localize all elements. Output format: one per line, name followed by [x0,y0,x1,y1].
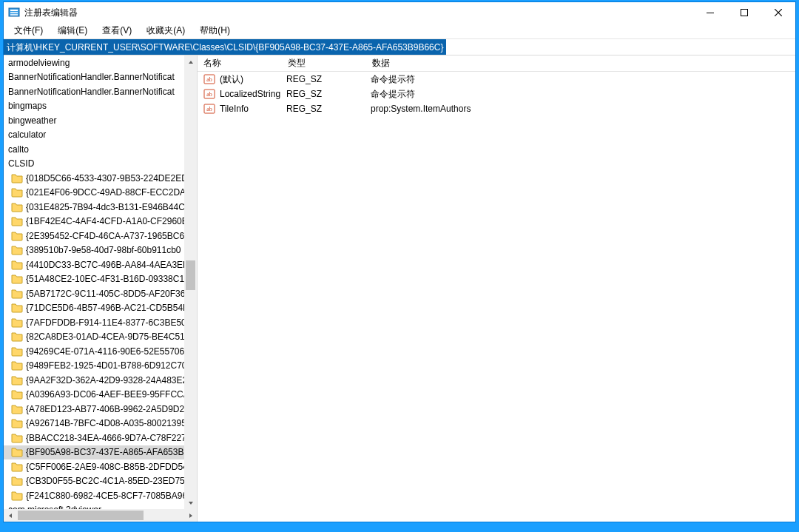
tree-item[interactable]: {BBACC218-34EA-4666-9D7A-C78F2274 [4,431,184,445]
vertical-scrollbar[interactable] [184,55,197,509]
tree-item[interactable]: {5AB7172C-9C11-405C-8DD5-AF20F360C [4,286,184,301]
tree-item[interactable]: {71DCE5D6-4B57-496B-AC21-CD5B54EB [4,301,184,316]
svg-text:ab: ab [206,76,212,83]
address-path[interactable]: 计算机\HKEY_CURRENT_USER\SOFTWARE\Classes\C… [4,39,446,55]
tree-item[interactable]: {9AA2F32D-362A-42D9-9328-24A483E20 [4,373,184,388]
tree-item[interactable]: {A78ED123-AB77-406B-9962-2A5D9D2F [4,402,184,417]
tree-item-label: {71DCE5D6-4B57-496B-AC21-CD5B54EB [26,303,184,313]
list-body[interactable]: ab(默认)REG_SZ命令提示符abLocalizedStringREG_SZ… [198,72,795,522]
window-title: 注册表编辑器 [24,7,78,19]
scroll-left-button[interactable] [4,509,16,522]
scroll-down-button[interactable] [184,496,197,509]
tree-item[interactable]: {389510b7-9e58-40d7-98bf-60b911cb0 [4,243,184,258]
string-value-icon: ab [203,103,215,115]
list-header[interactable]: 名称 类型 数据 [198,55,795,72]
tree-item-label: {82CA8DE3-01AD-4CEA-9D75-BE4C5181 [26,331,184,342]
folder-icon [11,201,23,213]
tree-item-label: calculator [8,129,46,140]
tree-item[interactable]: {F241C880-6982-4CE5-8CF7-7085BA96D [4,488,184,503]
tree-item-label: CLSID [8,158,34,169]
address-bar[interactable]: 计算机\HKEY_CURRENT_USER\SOFTWARE\Classes\C… [4,39,795,55]
svg-rect-5 [741,10,748,16]
svg-rect-4 [707,13,714,13]
tree-item[interactable]: callto [4,142,184,157]
string-value-icon: ab [203,73,215,85]
tree-item[interactable]: {82CA8DE3-01AD-4CEA-9D75-BE4C5181 [4,330,184,345]
tree-item-label: bingweather [8,115,56,126]
folder-icon [11,172,23,184]
address-remainder[interactable] [446,39,795,55]
tree-item[interactable]: CLSID [4,157,184,172]
tree-item-label: {7AFDFDDB-F914-11E4-8377-6C3BE50D [26,317,184,328]
tree-item-label: armodelviewing [8,58,70,68]
scroll-up-button[interactable] [184,55,197,68]
menu-edit[interactable]: 编辑(E) [50,23,95,38]
regedit-window: 注册表编辑器 文件(F) 编辑(E) 查看(V) 收藏夹(A) 帮助(H) 计算… [3,1,796,522]
minimize-button[interactable] [693,2,727,23]
menu-file[interactable]: 文件(F) [7,23,50,38]
tree-item[interactable]: BannerNotificationHandler.BannerNotifica… [4,84,184,99]
folder-icon [11,317,23,329]
value-list: 名称 类型 数据 ab(默认)REG_SZ命令提示符abLocalizedStr… [198,55,795,522]
tree-item[interactable]: {C5FF006E-2AE9-408C-B85B-2DFDD544 [4,459,184,474]
tree-item[interactable]: {BF905A98-BC37-437E-A865-AFA653B9B [4,445,184,460]
horizontal-scrollbar[interactable] [4,509,197,522]
folder-icon [11,346,23,357]
list-row[interactable]: ab(默认)REG_SZ命令提示符 [198,72,795,87]
col-data[interactable]: 数据 [366,57,795,70]
tree-item[interactable]: {021E4F06-9DCC-49AD-88CF-ECC2DA31 [4,186,184,201]
col-type[interactable]: 类型 [282,57,366,70]
scroll-thumb[interactable] [186,260,195,290]
content-area: armodelviewingBannerNotificationHandler.… [4,55,795,522]
scroll-track[interactable] [184,68,197,496]
tree-item-label: {2E395452-CF4D-46CA-A737-1965BC65B [26,231,184,241]
svg-rect-1 [10,10,18,11]
tree-item-label: {021E4F06-9DCC-49AD-88CF-ECC2DA31 [26,187,184,198]
tree-item[interactable]: bingweather [4,113,184,128]
value-name: TileInfo [220,104,286,114]
tree-item[interactable]: {4410DC33-BC7C-496B-AA84-4AEA3EEE [4,257,184,272]
tree-item[interactable]: {1BF42E4C-4AF4-4CFD-A1A0-CF2960B8F [4,215,184,229]
tree-item[interactable]: {031E4825-7B94-4dc3-B131-E946B44C8 [4,200,184,215]
folder-icon [11,403,23,415]
tree-item[interactable]: {018D5C66-4533-4307-9B53-224DE2ED [4,171,184,186]
menu-view[interactable]: 查看(V) [95,23,139,38]
list-row[interactable]: abLocalizedStringREG_SZ命令提示符 [198,87,795,101]
list-row[interactable]: abTileInfoREG_SZprop:System.ItemAuthors [198,101,795,116]
string-value-icon: ab [203,88,215,100]
folder-icon [11,215,23,227]
value-type: REG_SZ [286,104,371,114]
maximize-button[interactable] [727,2,761,23]
tree-item[interactable]: {9489FEB2-1925-4D01-B788-6D912C70F [4,359,184,374]
tree-item[interactable]: com.microsoft.3dviewer [4,503,184,510]
tree-item[interactable]: {7AFDFDDB-F914-11E4-8377-6C3BE50D [4,315,184,330]
tree-item[interactable]: {51A48CE2-10EC-4F31-B16D-09338C1D2 [4,272,184,287]
tree-list[interactable]: armodelviewingBannerNotificationHandler.… [4,55,184,509]
value-data: 命令提示符 [371,88,795,101]
tree-panel: armodelviewingBannerNotificationHandler.… [4,55,198,522]
titlebar[interactable]: 注册表编辑器 [4,2,795,23]
tree-item-label: {389510b7-9e58-40d7-98bf-60b911cb0 [26,245,181,255]
hscroll-track[interactable] [16,509,184,522]
menu-help[interactable]: 帮助(H) [192,23,237,38]
hscroll-thumb[interactable] [18,511,144,520]
tree-item[interactable]: {94269C4E-071A-4116-90E6-52E557067 [4,344,184,359]
tree-item-label: {4410DC33-BC7C-496B-AA84-4AEA3EEE [26,260,184,270]
tree-item-label: BannerNotificationHandler.BannerNotifica… [8,87,175,97]
tree-item[interactable]: {A0396A93-DC06-4AEF-BEE9-95FFCCAEF [4,388,184,403]
tree-item[interactable]: BannerNotificationHandler.BannerNotifica… [4,70,184,85]
folder-icon [11,446,23,458]
tree-item[interactable]: armodelviewing [4,55,184,70]
col-name[interactable]: 名称 [198,57,282,70]
tree-item[interactable]: {A926714B-7BFC-4D08-A035-80021395F [4,417,184,431]
tree-item-label: {F241C880-6982-4CE5-8CF7-7085BA96D [26,491,184,501]
folder-icon [11,331,23,343]
scroll-right-button[interactable] [184,509,197,522]
tree-item[interactable]: calculator [4,128,184,143]
folder-icon [11,302,23,314]
tree-item[interactable]: {2E395452-CF4D-46CA-A737-1965BC65B [4,229,184,243]
tree-item[interactable]: bingmaps [4,99,184,114]
menu-favorites[interactable]: 收藏夹(A) [139,23,192,38]
close-button[interactable] [761,2,795,23]
tree-item[interactable]: {CB3D0F55-BC2C-4C1A-85ED-23ED75B5 [4,474,184,489]
